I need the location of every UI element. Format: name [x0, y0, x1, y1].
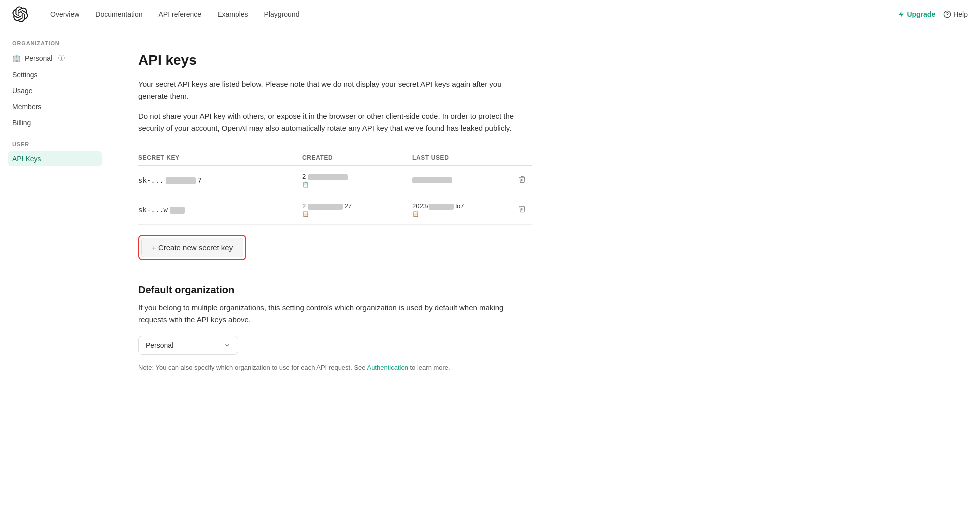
delete-key-2-button[interactable] [512, 203, 532, 217]
key-value-1: sk-...7 [138, 176, 302, 184]
delete-key-1-button[interactable] [512, 173, 532, 187]
org-dropdown-value: Personal [146, 341, 173, 349]
logo[interactable] [12, 6, 28, 22]
create-new-secret-key-button[interactable]: + Create new secret key [141, 238, 243, 257]
sidebar-item-settings[interactable]: Settings [8, 67, 102, 82]
created-date-2: 2 27 📋 [302, 202, 412, 217]
key-value-2: sk-...w [138, 206, 302, 214]
layout: ORGANIZATION 🏢 Personal ⓘ Settings Usage… [0, 28, 980, 516]
created-date-1: 2 📋 [302, 173, 412, 188]
col-secret-key: SECRET KEY [138, 154, 302, 161]
upgrade-icon [898, 11, 905, 18]
description-2: Do not share your API key with others, o… [138, 110, 532, 134]
nav-api-reference[interactable]: API reference [153, 7, 208, 21]
sidebar-item-members[interactable]: Members [8, 99, 102, 114]
topnav: Overview Documentation API reference Exa… [0, 0, 980, 28]
main-content: API keys Your secret API keys are listed… [110, 28, 560, 516]
nav-documentation[interactable]: Documentation [89, 7, 148, 21]
sidebar: ORGANIZATION 🏢 Personal ⓘ Settings Usage… [0, 28, 110, 516]
nav-overview[interactable]: Overview [44, 7, 85, 21]
table-row: sk-...7 2 📋 [138, 166, 532, 195]
create-key-wrapper: + Create new secret key [138, 235, 246, 260]
help-button[interactable]: Help [943, 10, 968, 18]
table-row: sk-...w 2 27 📋 2023/ lo7 📋 [138, 195, 532, 225]
authentication-link[interactable]: Authentication [367, 364, 408, 371]
info-icon: ⓘ [58, 54, 65, 63]
col-created: CREATED [302, 154, 412, 161]
last-used-2: 2023/ lo7 📋 [412, 202, 512, 217]
last-used-1 [412, 176, 512, 185]
col-actions [512, 154, 532, 161]
col-last-used: LAST USED [412, 154, 512, 161]
default-org-title: Default organization [138, 284, 532, 296]
trash-icon [518, 175, 526, 183]
nav-playground[interactable]: Playground [258, 7, 306, 21]
topnav-right: Upgrade Help [898, 10, 968, 18]
nav-examples[interactable]: Examples [211, 7, 254, 21]
topnav-links: Overview Documentation API reference Exa… [44, 7, 898, 21]
chevron-down-icon [224, 342, 231, 349]
page-title: API keys [138, 52, 532, 68]
user-section-title: USER [8, 141, 102, 147]
trash-icon [518, 205, 526, 213]
upgrade-button[interactable]: Upgrade [898, 10, 935, 18]
default-org-desc: If you belong to multiple organizations,… [138, 302, 532, 326]
sidebar-item-personal[interactable]: 🏢 Personal ⓘ [8, 50, 102, 66]
help-icon [943, 10, 951, 18]
calendar-icon-4: 📋 [412, 211, 512, 217]
sidebar-item-api-keys[interactable]: API Keys [8, 151, 102, 166]
sidebar-item-billing[interactable]: Billing [8, 115, 102, 130]
org-dropdown[interactable]: Personal [138, 336, 238, 355]
org-section-title: ORGANIZATION [8, 40, 102, 46]
building-icon: 🏢 [12, 54, 21, 62]
note-text: Note: You can also specify which organiz… [138, 363, 532, 373]
api-keys-table: SECRET KEY CREATED LAST USED sk-...7 2 📋 [138, 150, 532, 225]
calendar-icon-1: 📋 [302, 181, 412, 188]
sidebar-item-usage[interactable]: Usage [8, 83, 102, 98]
description-1: Your secret API keys are listed below. P… [138, 78, 532, 102]
table-header: SECRET KEY CREATED LAST USED [138, 150, 532, 166]
calendar-icon-3: 📋 [302, 211, 412, 217]
